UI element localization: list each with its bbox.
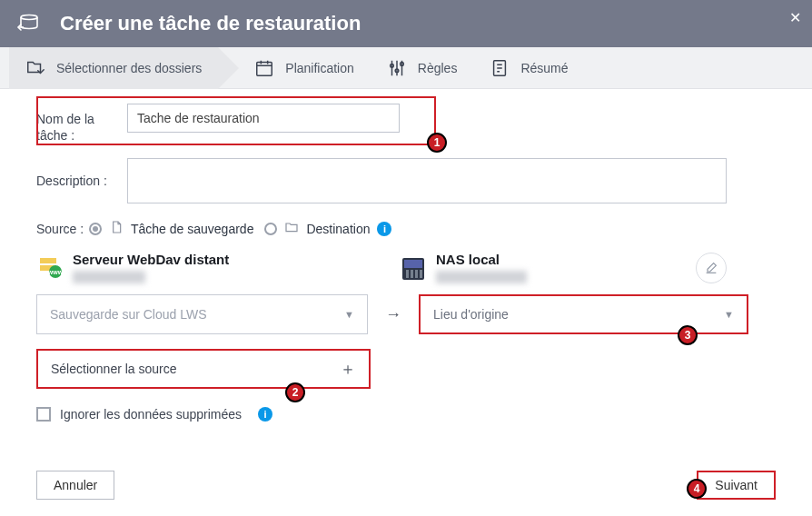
nas-icon [400, 255, 427, 283]
ignore-deleted-checkbox[interactable] [36, 407, 51, 422]
wizard-steps: Sélectionner des dossiers Planification … [0, 47, 812, 89]
step-summary[interactable]: Résumé [473, 47, 584, 89]
plus-icon: ＋ [340, 358, 356, 380]
step-label: Règles [418, 61, 458, 75]
chevron-down-icon: ▼ [344, 309, 354, 320]
dest-host-blurred [436, 271, 527, 283]
step-label: Résumé [520, 61, 568, 75]
step-select-folders[interactable]: Sélectionner des dossiers [9, 47, 218, 89]
dest-title: NAS local [436, 252, 527, 267]
description-label: Description : [36, 158, 127, 189]
calendar-icon [254, 58, 274, 78]
sliders-icon [387, 58, 407, 78]
svg-point-0 [21, 15, 37, 20]
title-bar: Créer une tâche de restauration ✕ [0, 0, 812, 47]
radio-label-text: Destination [306, 222, 370, 236]
folder-icon [284, 220, 299, 237]
svg-text:www: www [47, 269, 64, 275]
svg-rect-14 [415, 270, 418, 278]
svg-rect-15 [420, 270, 422, 278]
select-value: Sauvegarde sur Cloud LWS [50, 307, 207, 322]
source-task-select[interactable]: Sauvegarde sur Cloud LWS ▼ [36, 294, 368, 334]
step-label: Sélectionner des dossiers [56, 61, 202, 75]
step-label: Planification [285, 61, 354, 75]
radio-destination-label[interactable]: Destination [284, 220, 370, 237]
summary-icon [490, 58, 510, 78]
source-label: Source : [36, 222, 89, 236]
source-endpoint: www Serveur WebDav distant [36, 252, 363, 283]
task-name-input[interactable] [127, 104, 400, 133]
svg-rect-6 [40, 258, 56, 263]
file-icon [109, 220, 124, 237]
task-name-label: Nom de la tâche : [36, 104, 127, 144]
step-planification[interactable]: Planification [238, 47, 371, 89]
info-icon[interactable]: i [377, 222, 391, 236]
radio-destination[interactable] [264, 223, 277, 235]
description-input[interactable] [127, 158, 727, 203]
radio-label-text: Tâche de sauvegarde [131, 222, 253, 236]
arrow-right-icon: → [382, 305, 404, 324]
webdav-icon: www [36, 253, 64, 281]
select-source-label: Sélectionner la source [51, 362, 177, 376]
select-value: Lieu d'origine [433, 307, 509, 322]
svg-rect-12 [406, 270, 409, 278]
step-rules[interactable]: Règles [371, 47, 474, 89]
next-button[interactable]: Suivant [697, 471, 776, 500]
svg-rect-11 [404, 260, 422, 268]
source-host-blurred [73, 271, 145, 283]
edit-destination-button[interactable] [696, 253, 727, 283]
source-title: Serveur WebDav distant [73, 252, 229, 267]
info-icon[interactable]: i [258, 407, 272, 422]
ignore-deleted-label: Ignorer les données supprimées [60, 407, 242, 422]
dest-endpoint: NAS local [400, 252, 727, 283]
destination-select[interactable]: Lieu d'origine ▼ [419, 294, 748, 334]
restore-icon [16, 14, 40, 34]
folders-select-icon [25, 58, 45, 78]
close-icon[interactable]: ✕ [789, 9, 801, 26]
dialog-title: Créer une tâche de restauration [60, 12, 361, 35]
radio-backup-task-label[interactable]: Tâche de sauvegarde [109, 220, 253, 237]
radio-backup-task[interactable] [89, 223, 102, 235]
svg-rect-1 [257, 62, 272, 75]
cancel-button[interactable]: Annuler [36, 471, 114, 500]
svg-rect-13 [411, 270, 413, 278]
select-source-button[interactable]: Sélectionner la source ＋ [36, 349, 371, 389]
chevron-down-icon: ▼ [724, 309, 734, 320]
